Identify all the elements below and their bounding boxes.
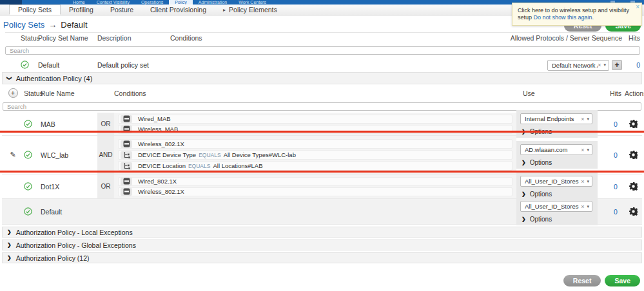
- authorization-policy-section[interactable]: ❯ Authorization Policy (12): [2, 252, 642, 263]
- nav-item-home[interactable]: Home: [67, 0, 91, 5]
- nav-item-context-visibility[interactable]: Context Visibility: [91, 0, 135, 5]
- edit-pencil-icon[interactable]: ✎: [10, 151, 15, 159]
- breadcrumb-current: Default: [61, 20, 87, 30]
- status-enabled-icon: [24, 120, 32, 128]
- policy-set-description: Default policy set: [97, 61, 170, 69]
- rule-hits[interactable]: 0: [614, 151, 618, 159]
- add-allowed-protocol-button[interactable]: +: [612, 60, 622, 70]
- use-identity-store-dropdown[interactable]: All_User_ID_Stores × ▾: [520, 201, 592, 212]
- nav-item-administration[interactable]: Administration: [193, 0, 233, 5]
- nav-item-work-centers[interactable]: Work Centers: [233, 0, 272, 5]
- condition-library-icon: [123, 188, 130, 195]
- authentication-policy-title: Authentication Policy (4): [16, 75, 93, 82]
- toast-dismiss-link[interactable]: Do not show this again.: [534, 14, 594, 21]
- chevron-down-icon[interactable]: ▾: [587, 179, 589, 184]
- use-identity-store-dropdown[interactable]: All_User_ID_Stores × ▾: [520, 176, 592, 187]
- options-toggle[interactable]: ❯ Options: [520, 216, 594, 223]
- rule-hits[interactable]: 0: [614, 120, 618, 128]
- options-toggle[interactable]: ❯ Options: [520, 159, 594, 166]
- breadcrumb-arrow-icon: →: [48, 20, 57, 30]
- use-identity-store-dropdown[interactable]: Internal Endpoints × ▾: [520, 113, 592, 124]
- tab-profiling[interactable]: Profiling: [61, 5, 102, 15]
- options-label: Options: [530, 216, 552, 223]
- clear-icon[interactable]: ×: [598, 62, 601, 68]
- chevron-right-icon: ❯: [522, 216, 526, 222]
- authorization-policy-local-exceptions-section[interactable]: ❯ Authorization Policy - Local Exception…: [2, 227, 642, 238]
- tab-posture[interactable]: Posture: [102, 5, 142, 15]
- rule-name[interactable]: Default: [41, 208, 62, 216]
- chevron-down-icon[interactable]: ▾: [603, 62, 606, 68]
- condition-library-icon: [123, 115, 130, 122]
- auth-rule-row-default[interactable]: Default All_User_ID_Stores × ▾ ❯ Options: [2, 199, 642, 225]
- header-status: Status: [24, 89, 41, 97]
- policy-sets-header-row: Status Policy Set Name Description Condi…: [5, 32, 640, 42]
- header-rule-name: Rule Name: [41, 89, 97, 97]
- gear-icon[interactable]: [629, 120, 638, 128]
- chevron-down-icon[interactable]: ▾: [587, 117, 589, 122]
- save-button[interactable]: Save: [605, 275, 640, 286]
- nav-item-policy[interactable]: Policy: [169, 0, 193, 5]
- policy-set-row-default[interactable]: Default Default policy set Default Netwo…: [5, 57, 640, 74]
- clear-icon[interactable]: ×: [581, 147, 584, 153]
- condition-row[interactable]: Wired_802.1X: [118, 177, 512, 186]
- condition-row[interactable]: Wired_MAB: [118, 115, 512, 124]
- condition-name: Wireless_802.1X: [138, 140, 184, 147]
- gear-icon[interactable]: [629, 207, 638, 216]
- condition-row[interactable]: Wireless_802.1X: [118, 139, 512, 149]
- policy-sets-table: Status Policy Set Name Description Condi…: [5, 32, 640, 74]
- rule-name[interactable]: Dot1X: [41, 183, 59, 191]
- condition-attribute-icon: [123, 162, 130, 169]
- gear-icon[interactable]: [629, 151, 638, 159]
- rule-name[interactable]: MAB: [41, 120, 55, 128]
- rule-name[interactable]: WLC_lab: [41, 151, 68, 159]
- clear-icon[interactable]: ×: [581, 116, 584, 122]
- condition-joiner: OR: [101, 183, 111, 190]
- rule-hits[interactable]: 0: [614, 183, 618, 191]
- tab-policy-elements[interactable]: ▸ Policy Elements: [215, 5, 286, 15]
- options-toggle[interactable]: ❯ Options: [520, 191, 594, 198]
- condition-row[interactable]: Wireless_802.1X: [118, 187, 512, 196]
- chevron-down-icon[interactable]: ▾: [587, 204, 589, 209]
- condition-name: Wireless_802.1X: [138, 188, 184, 195]
- close-icon[interactable]: ×: [636, 3, 639, 12]
- section-title: Authorization Policy - Global Exceptions: [16, 241, 136, 249]
- auth-rule-row-wlc-lab[interactable]: ✎ WLC_lab AND Wireless_802.1X DEVICE Dev…: [2, 136, 642, 174]
- policy-set-name[interactable]: Default: [38, 61, 97, 69]
- breadcrumb: Policy Sets → Default: [3, 20, 88, 30]
- tab-policy-sets[interactable]: Policy Sets: [9, 5, 61, 15]
- tab-profiling-label: Profiling: [69, 6, 93, 14]
- allowed-protocols-dropdown[interactable]: Default Network Access × ▾: [547, 60, 609, 71]
- use-identity-store-dropdown[interactable]: AD.wlaaan.com × ▾: [520, 144, 592, 155]
- condition-library-icon: [123, 140, 130, 147]
- chevron-right-icon: ❯: [7, 255, 12, 261]
- condition-operator: EQUALS: [188, 163, 211, 169]
- condition-name: Wired_802.1X: [138, 178, 177, 185]
- cisco-logo: [0, 0, 22, 5]
- condition-row[interactable]: DEVICE Location EQUALS All Locations#LAB: [118, 161, 512, 171]
- condition-joiner: OR: [101, 120, 111, 127]
- status-enabled-icon: [21, 61, 29, 69]
- add-rule-button[interactable]: +: [8, 88, 18, 98]
- header-conditions: Conditions: [170, 34, 496, 42]
- chevron-expanded-icon: ❯: [6, 76, 12, 80]
- authentication-policy-section[interactable]: ❯ Authentication Policy (4): [2, 72, 642, 84]
- breadcrumb-policy-sets-link[interactable]: Policy Sets: [3, 20, 44, 30]
- auth-rule-row-dot1x[interactable]: Dot1X OR Wired_802.1X Wireless_802.1X: [2, 174, 642, 199]
- tab-client-provisioning[interactable]: Client Provisioning: [142, 5, 215, 15]
- nav-item-operations[interactable]: Operations: [135, 0, 169, 5]
- policy-sets-search-input[interactable]: [5, 46, 640, 55]
- gear-icon[interactable]: [629, 182, 638, 191]
- clear-icon[interactable]: ×: [581, 178, 584, 185]
- authorization-policy-global-exceptions-section[interactable]: ❯ Authorization Policy - Global Exceptio…: [2, 239, 642, 250]
- clear-icon[interactable]: ×: [581, 203, 584, 210]
- rule-hits[interactable]: 0: [614, 208, 618, 216]
- chevron-down-icon[interactable]: ▾: [587, 147, 589, 153]
- policy-set-hits[interactable]: 0: [636, 61, 640, 69]
- use-identity-store-value: Internal Endpoints: [525, 115, 581, 122]
- submenu-triangle-icon: ▸: [223, 7, 226, 13]
- header-description: Description: [97, 34, 170, 42]
- use-identity-store-value: AD.wlaaan.com: [525, 146, 581, 153]
- condition-row[interactable]: DEVICE Device Type EQUALS All Device Typ…: [118, 150, 512, 160]
- reset-button[interactable]: Reset: [563, 275, 601, 286]
- annotation-red-line-bottom: [0, 171, 644, 173]
